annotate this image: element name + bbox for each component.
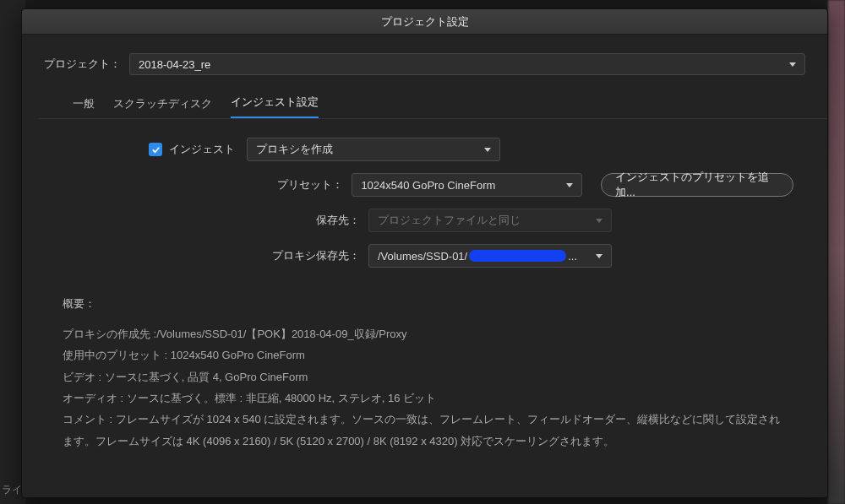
preset-select[interactable]: 1024x540 GoPro CineForm [352,173,582,197]
tab-general[interactable]: 一般 [73,96,95,118]
chevron-down-icon [566,183,573,187]
primary-dest-value: プロジェクトファイルと同じ [378,213,521,228]
project-select-value: 2018-04-23_re [139,58,210,71]
backdrop-right [828,0,845,504]
preset-label: プリセット： [73,177,352,192]
preset-row: プリセット： 1024x540 GoPro CineForm インジェストのプリ… [73,173,793,197]
primary-dest-row: 保存先： プロジェクトファイルと同じ [73,209,793,232]
summary-section: 概要： プロキシの作成先 :/Volumes/SSD-01/【POK】2018-… [22,288,827,452]
summary-line-2: 使用中のプリセット : 1024x540 GoPro CineForm [63,344,787,366]
project-row: プロジェクト： 2018-04-23_re [22,35,827,90]
summary-title: 概要： [63,296,787,312]
chevron-down-icon [484,148,491,152]
project-label: プロジェクト： [44,57,121,72]
proxy-dest-value-suffix: ... [568,250,577,263]
proxy-dest-label: プロキシ保存先： [73,248,368,263]
primary-dest-label: 保存先： [73,213,368,228]
add-ingest-preset-button[interactable]: インジェストのプリセットを追加... [601,173,793,197]
ingest-mode-row: インジェスト プロキシを作成 [73,138,793,161]
preset-value: 1024x540 GoPro CineForm [361,179,495,192]
project-settings-modal: プロジェクト設定 プロジェクト： 2018-04-23_re 一般 スクラッチデ… [21,8,828,498]
proxy-dest-value-prefix: /Volumes/SSD-01/ [378,250,467,263]
redacted-path-segment [469,250,566,262]
titlebar-text: プロジェクト設定 [381,14,469,30]
ingest-panel: インジェスト プロキシを作成 プリセット： 1024x540 GoPro Cin… [22,119,827,288]
proxy-dest-value: /Volumes/SSD-01/ ... [378,250,577,263]
summary-line-4: オーディオ : ソースに基づく。標準 : 非圧縮, 48000 Hz, ステレオ… [63,387,787,409]
ingest-mode-select[interactable]: プロキシを作成 [247,138,500,161]
proxy-dest-row: プロキシ保存先： /Volumes/SSD-01/ ... [73,244,793,268]
chevron-down-icon [596,254,602,258]
tab-scratch-disks[interactable]: スクラッチディスク [113,96,212,118]
ingest-checkbox-label: インジェスト [169,142,235,157]
ingest-checkbox-wrap: インジェスト [149,142,235,157]
tab-ingest-settings[interactable]: インジェスト設定 [231,95,319,118]
proxy-dest-select[interactable]: /Volumes/SSD-01/ ... [368,244,612,268]
summary-line-3: ビデオ : ソースに基づく, 品質 4, GoPro CineForm [63,366,787,387]
check-icon [151,145,161,154]
summary-line-5: コメント : フレームサイズが 1024 x 540 に設定されます。ソースの一… [63,409,787,452]
ingest-checkbox[interactable] [149,143,162,156]
tabs: 一般 スクラッチディスク インジェスト設定 [39,90,827,119]
chevron-down-icon [789,62,796,67]
summary-line-1: プロキシの作成先 :/Volumes/SSD-01/【POK】2018-04-0… [63,323,787,344]
primary-dest-select: プロジェクトファイルと同じ [368,209,612,232]
project-select[interactable]: 2018-04-23_re [129,53,805,75]
chevron-down-icon [596,219,602,223]
side-truncated-label: ライ [2,483,22,497]
titlebar: プロジェクト設定 [22,9,827,35]
ingest-mode-value: プロキシを作成 [256,142,333,157]
